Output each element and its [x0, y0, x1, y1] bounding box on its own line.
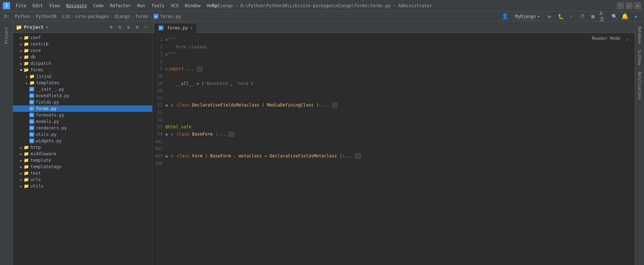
sidebar-tab-project[interactable]: Project [3, 24, 10, 47]
tree-item-renderers[interactable]: ▶ py renderers.py [13, 125, 152, 131]
breadcrumb-drive[interactable]: D: [4, 14, 9, 19]
menu-vcs[interactable]: VCS [168, 3, 181, 9]
collapsed-block-22[interactable] [332, 103, 338, 108]
maximize-button[interactable]: ☐ [625, 2, 633, 9]
run-button[interactable]: ▶ [546, 13, 554, 20]
collapsed-block-54[interactable] [228, 132, 234, 137]
tree-item-boundfield[interactable]: ▶ py boundfield.py [13, 93, 152, 99]
tree-item-models[interactable]: ▶ py models.py [13, 118, 152, 125]
breadcrumb-lib[interactable]: Lib [62, 14, 70, 19]
profile-run-button[interactable]: ⏱ [578, 13, 586, 20]
tree-item-urls[interactable]: ▶ 📁 urls [13, 176, 152, 183]
menu-view[interactable]: View [47, 3, 63, 9]
tree-item-jinja2[interactable]: ▶ 📁 jinja2 [13, 73, 152, 80]
line-number-493: 493 [152, 152, 165, 160]
code-scroll-area[interactable]: 1 ⊟""" 2 Form classes 3 ⊟""" [152, 33, 635, 265]
profile-icon[interactable]: 👤 [501, 13, 509, 20]
menu-run[interactable]: Run [134, 3, 148, 9]
tree-item-test[interactable]: ▶ 📁 test [13, 170, 152, 176]
tree-arrow-urls: ▶ [19, 178, 24, 182]
collapsed-block-493[interactable] [355, 153, 361, 159]
run-config-dropdown[interactable]: MyDjango ▾ [512, 13, 543, 20]
editor-tab-forms-py[interactable]: py forms.py ✕ [154, 23, 197, 33]
coverage-button[interactable]: ⚡ [567, 13, 575, 20]
menu-refactor[interactable]: Refactor [107, 3, 134, 9]
translate-icon[interactable]: A文 [600, 13, 607, 20]
minimize-button[interactable]: ─ [617, 2, 624, 9]
breadcrumb-forms[interactable]: forms [135, 14, 148, 19]
tab-close-icon[interactable]: ✕ [190, 25, 193, 30]
sidebar-tab-strip: Project [0, 22, 13, 265]
sidebar-item-database[interactable]: Database [637, 24, 642, 46]
tree-item-utils-py[interactable]: ▶ py utils.py [13, 131, 152, 138]
breadcrumb-filename[interactable]: forms.py [160, 14, 181, 19]
close-button[interactable]: ✕ [634, 2, 641, 9]
tree-item-templates[interactable]: ▶ 📁 templates [13, 80, 152, 86]
search-icon[interactable]: 🔍 [610, 13, 618, 20]
tree-item-forms-py[interactable]: ▶ py forms.py [13, 105, 152, 112]
folder-icon-db: 📁 [24, 55, 29, 60]
sidebar-item-sciview[interactable]: SciView [637, 48, 642, 67]
tree-item-widgets[interactable]: ▶ py widgets.py [13, 138, 152, 144]
menu-tools[interactable]: Tools [149, 3, 167, 9]
code-editor[interactable]: Reader Mode ✓ 1 ⊟""" 2 Form classes [152, 33, 635, 265]
menu-window[interactable]: Window [182, 3, 203, 9]
tree-item-forms[interactable]: ▼ 📂 forms [13, 67, 152, 73]
tree-item-templatetags[interactable]: ▶ 📁 templatetags [13, 164, 152, 170]
tree-arrow-dispatch: ▶ [19, 62, 24, 66]
tree-item-core[interactable]: ▶ 📁 core [13, 47, 152, 54]
tree-item-template[interactable]: ▶ 📁 template [13, 157, 152, 164]
breadcrumb-site-packages[interactable]: site-packages [75, 14, 109, 19]
gutter-breakpoint-22[interactable]: ◉ [165, 103, 168, 108]
tree-item-dispatch[interactable]: ▶ 📁 dispatch [13, 60, 152, 67]
tree-item-fields[interactable]: ▶ py fields.py [13, 99, 152, 105]
expand-icon[interactable]: ⇅ [125, 24, 132, 31]
breadcrumb-python[interactable]: Python [15, 14, 30, 19]
breadcrumb-python38[interactable]: Python38 [36, 14, 57, 19]
tree-item-http[interactable]: ▶ 📁 http [13, 144, 152, 151]
sync-icon[interactable]: ⊕ [108, 24, 115, 31]
gutter-breakpoint-493[interactable]: ◉ [165, 154, 168, 158]
fold-icon-22[interactable]: ⊟ [171, 103, 173, 107]
tree-item-conf[interactable]: ▶ 📁 conf [13, 34, 152, 41]
menu-navigate[interactable]: Navigate [63, 3, 90, 9]
tree-item-db[interactable]: ▶ 📁 db [13, 54, 152, 60]
folder-icon-forms: 📂 [24, 67, 29, 72]
tree-item-contrib[interactable]: ▶ 📁 contrib [13, 41, 152, 47]
titlebar: J File Edit View Navigate Code Refactor … [0, 0, 644, 11]
py-icon-formsets: py [29, 113, 34, 118]
project-panel-header: 📁 Project ▾ ⊕ ≡ ⇅ ⚙ ─ [13, 22, 152, 33]
tree-item-init[interactable]: ▶ py __init__.py [13, 86, 152, 93]
settings-icon[interactable]: ⚙ [134, 24, 141, 31]
code-line-content-18 [165, 73, 168, 80]
fold-icon-3[interactable]: ⊟ [165, 52, 168, 56]
collapsed-block-import[interactable] [197, 66, 203, 72]
tree-item-utils-folder[interactable]: ▶ 📁 utils [13, 183, 152, 189]
breadcrumb-django[interactable]: django [114, 14, 130, 19]
tree-item-middleware[interactable]: ▶ 📁 middleware [13, 151, 152, 157]
menu-code[interactable]: Code [91, 3, 107, 9]
fold-icon-1[interactable]: ⊟ [165, 38, 168, 42]
tree-label-boundfield: boundfield.py [36, 93, 69, 98]
folder-icon-test: 📁 [24, 171, 29, 176]
fold-icon-54[interactable]: ⊟ [171, 132, 173, 136]
line-number-500: 500 [152, 160, 165, 167]
menu-file[interactable]: File [13, 3, 29, 9]
hide-panel-icon[interactable]: ─ [142, 24, 149, 31]
update-icon[interactable]: ★ [632, 13, 640, 20]
tree-label-core: core [30, 48, 41, 53]
menu-edit[interactable]: Edit [30, 3, 46, 9]
token-close-493: ):... [339, 153, 352, 158]
fold-icon-5[interactable]: ⊟ [165, 67, 168, 71]
tree-item-formsets[interactable]: ▶ py formsets.py [13, 112, 152, 118]
debug-button[interactable]: 🐛 [557, 13, 565, 20]
collapse-all-icon[interactable]: ≡ [116, 24, 124, 31]
notification-icon[interactable]: 🔔 [621, 13, 629, 20]
fold-icon-493[interactable]: ⊟ [171, 154, 173, 158]
project-dropdown-arrow[interactable]: ▾ [46, 25, 48, 30]
token-class-22: class [176, 103, 189, 108]
stop-button[interactable]: ⏹ [589, 13, 597, 20]
sidebar-item-notifications[interactable]: Notifications [637, 70, 642, 102]
gutter-breakpoint-54[interactable]: ◉ [165, 132, 168, 137]
tree-label-db: db [30, 55, 35, 60]
